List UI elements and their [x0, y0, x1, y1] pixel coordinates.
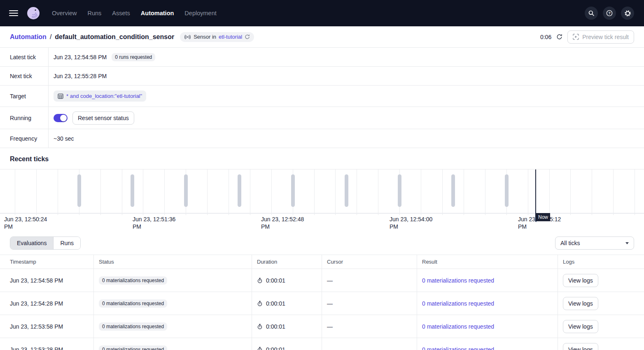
- chart-gridline: [314, 169, 315, 215]
- tab-evaluations[interactable]: Evaluations: [10, 237, 53, 249]
- view-logs-button[interactable]: View logs: [563, 297, 598, 310]
- tick-bar[interactable]: [345, 174, 348, 207]
- tick-bar[interactable]: [505, 174, 509, 207]
- nav-item-automation[interactable]: Automation: [141, 10, 174, 16]
- tick-bar[interactable]: [291, 174, 295, 207]
- chart-gridline: [613, 169, 614, 215]
- tick-countdown: 0:06: [540, 34, 551, 40]
- axis-time-label: Jun 23, 12:51:36 PM: [133, 216, 181, 230]
- chart-gridline: [464, 169, 464, 215]
- axis-time-label: Jun 23, 12:54:00 PM: [390, 216, 438, 230]
- tick-status-badge: 0 materializations requested: [99, 299, 167, 308]
- reset-sensor-status-button[interactable]: Reset sensor status: [72, 111, 134, 125]
- table-header: TimestampStatusDurationCursorResultLogs: [0, 255, 644, 269]
- help-icon[interactable]: ?: [603, 7, 616, 20]
- tab-runs[interactable]: Runs: [53, 237, 80, 249]
- asset-table-icon: [58, 93, 63, 99]
- preview-tick-label: Preview tick result: [582, 34, 629, 40]
- tick-timestamp: Jun 23, 12:53:58 PM: [10, 323, 63, 330]
- tick-bar[interactable]: [77, 174, 81, 207]
- chart-gridline: [528, 169, 528, 215]
- tick-duration: 0:00:01: [266, 300, 285, 307]
- code-location-link[interactable]: etl-tutorial: [219, 34, 242, 40]
- column-header-status: Status: [94, 255, 252, 269]
- chart-gridline: [229, 169, 229, 215]
- next-tick-row: Next tick Jun 23, 12:55:28 PM: [0, 67, 644, 86]
- tick-result-link[interactable]: 0 materializations requested: [422, 277, 494, 284]
- preview-tick-result-button[interactable]: Preview tick result: [567, 30, 634, 44]
- chart-gridline: [250, 169, 250, 215]
- nav-item-deployment[interactable]: Deployment: [184, 10, 216, 16]
- page-header: Automation / default_automation_conditio…: [0, 26, 644, 48]
- running-toggle[interactable]: [54, 114, 68, 122]
- target-selection-chip[interactable]: * and code_location:"etl-tutorial": [54, 90, 146, 102]
- chart-gridline: [100, 169, 101, 215]
- tick-bar[interactable]: [398, 174, 401, 207]
- tick-timestamp: Jun 23, 12:53:28 PM: [10, 346, 63, 350]
- tick-bar[interactable]: [184, 174, 188, 207]
- nav-items: OverviewRunsAssetsAutomationDeployment: [52, 10, 217, 16]
- table-row: Jun 23, 12:54:58 PM 0 materializations r…: [0, 269, 644, 292]
- breadcrumb-automation-link[interactable]: Automation: [10, 33, 47, 41]
- view-logs-button[interactable]: View logs: [563, 320, 598, 333]
- view-logs-button[interactable]: View logs: [563, 274, 598, 287]
- chart-gridline: [122, 169, 122, 215]
- tick-result-link[interactable]: 0 materializations requested: [422, 346, 494, 350]
- tick-cursor: —: [327, 346, 333, 350]
- stopwatch-icon: [257, 301, 263, 306]
- column-header-duration: Duration: [252, 255, 322, 269]
- tick-filter-select[interactable]: All ticks: [555, 236, 634, 250]
- stopwatch-icon: [257, 324, 263, 329]
- preview-tick-icon: [573, 34, 579, 40]
- table-body: Jun 23, 12:54:58 PM 0 materializations r…: [0, 269, 644, 350]
- sensor-location-badge: Sensor in etl-tutorial: [180, 32, 254, 42]
- tick-bar[interactable]: [451, 174, 455, 207]
- chart-gridline: [635, 169, 635, 215]
- table-row: Jun 23, 12:54:28 PM 0 materializations r…: [0, 292, 644, 315]
- tick-timestamp: Jun 23, 12:54:28 PM: [10, 300, 63, 307]
- nav-item-overview[interactable]: Overview: [52, 10, 77, 16]
- axis-time-label: Jun 23, 12:50:24 PM: [4, 216, 53, 230]
- chart-gridline: [207, 169, 208, 215]
- chart-gridline: [421, 169, 421, 215]
- next-tick-label: Next tick: [0, 73, 48, 79]
- chart-gridline: [58, 169, 58, 215]
- table-row: Jun 23, 12:53:28 PM 0 materializations r…: [0, 338, 644, 350]
- tick-status-badge: 0 materializations requested: [99, 276, 167, 285]
- refresh-icon[interactable]: [556, 34, 562, 40]
- column-header-result: Result: [417, 255, 558, 269]
- nav-item-assets[interactable]: Assets: [112, 10, 130, 16]
- chart-gridline: [570, 169, 571, 215]
- sensor-name-title: default_automation_condition_sensor: [55, 33, 174, 41]
- tick-status-badge: 0 materializations requested: [99, 322, 167, 331]
- breadcrumb-separator: /: [50, 33, 51, 41]
- sensor-badge-label: Sensor in: [194, 34, 216, 40]
- top-navigation: OverviewRunsAssetsAutomationDeployment ?: [0, 0, 644, 26]
- frequency-value: ~30 sec: [54, 135, 74, 142]
- running-label: Running: [0, 115, 48, 121]
- tick-bar[interactable]: [238, 174, 241, 207]
- chart-gridline: [442, 169, 443, 215]
- target-label: Target: [0, 93, 48, 100]
- chart-gridline: [549, 169, 550, 215]
- stopwatch-icon: [257, 278, 263, 283]
- tick-result-link[interactable]: 0 materializations requested: [422, 323, 494, 330]
- menu-icon[interactable]: [9, 10, 18, 16]
- chart-gridline: [36, 169, 37, 215]
- tick-bar[interactable]: [131, 174, 134, 207]
- stopwatch-icon: [257, 347, 263, 350]
- dagster-logo-icon[interactable]: [26, 5, 41, 21]
- view-logs-button[interactable]: View logs: [563, 343, 598, 350]
- settings-icon[interactable]: [621, 7, 634, 20]
- column-header-logs: Logs: [558, 255, 644, 269]
- tick-result-link[interactable]: 0 materializations requested: [422, 300, 494, 307]
- nav-item-runs[interactable]: Runs: [87, 10, 101, 16]
- reload-location-icon[interactable]: [245, 34, 250, 39]
- tick-status-badge: 0 materializations requested: [99, 345, 167, 350]
- search-icon[interactable]: [585, 7, 598, 20]
- chart-gridline: [335, 169, 336, 215]
- tick-duration: 0:00:01: [266, 346, 285, 350]
- target-selection-text: * and code_location:"etl-tutorial": [66, 93, 142, 99]
- tick-cursor: —: [327, 300, 333, 307]
- table-row: Jun 23, 12:53:58 PM 0 materializations r…: [0, 315, 644, 338]
